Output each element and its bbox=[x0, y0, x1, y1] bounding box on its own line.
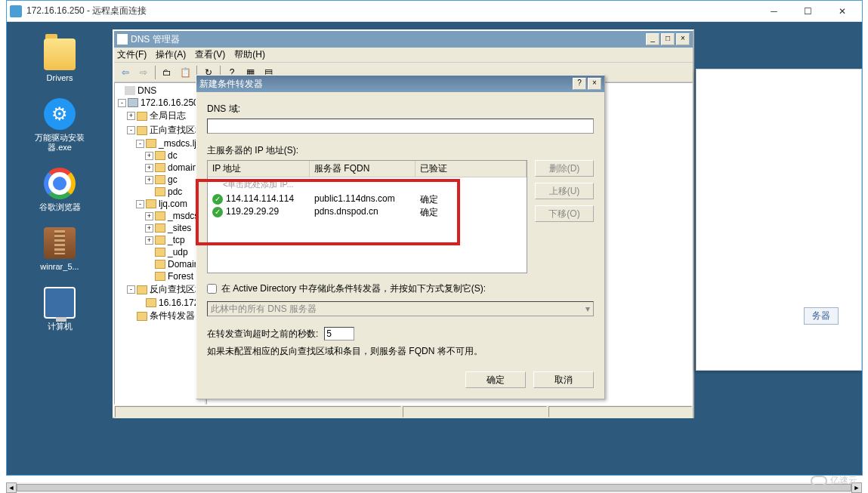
desktop-area: Drivers ⚙ 万能驱动安装器.exe 谷歌浏览器 winrar_5... … bbox=[7, 22, 113, 475]
server-row-1[interactable]: ✓119.29.29.29 pdns.dnspod.cn 确定 bbox=[208, 205, 527, 217]
timeout-input[interactable] bbox=[324, 327, 354, 340]
tree-domain[interactable]: +domain bbox=[115, 162, 204, 174]
tree-pane[interactable]: DNS -172.16.16.250 +全局日志 -正向查找区域 -_msdcs… bbox=[114, 82, 205, 405]
dns-domain-input[interactable] bbox=[207, 119, 594, 134]
conditional-forwarder-dialog: 新建条件转发器 ? × DNS 域: 主服务器的 IP 地址(S): IP 地址… bbox=[196, 75, 605, 399]
tree-dc[interactable]: +dc bbox=[115, 149, 204, 162]
gear-icon: ⚙ bbox=[44, 98, 76, 130]
replication-scope-select[interactable]: 此林中的所有 DNS 服务器 ▾ bbox=[207, 301, 594, 316]
dialog-footer: 确定 取消 bbox=[207, 371, 594, 388]
computer-icon bbox=[44, 287, 76, 319]
desktop-icon-driver-installer[interactable]: ⚙ 万能驱动安装器.exe bbox=[29, 98, 90, 153]
move-up-button[interactable]: 上移(U) bbox=[535, 183, 594, 199]
tree-zone-ljq[interactable]: -ljq.com bbox=[115, 198, 204, 210]
server-button[interactable]: 务器 bbox=[804, 307, 839, 325]
horizontal-scrollbar[interactable]: ◄ ► bbox=[6, 482, 862, 493]
tree-root[interactable]: DNS bbox=[115, 85, 204, 97]
up-button[interactable]: 🗀 bbox=[159, 65, 175, 80]
store-in-ad-row: 在 Active Directory 中存储此条件转发器，并按如下方式复制它(S… bbox=[207, 282, 594, 295]
menu-action[interactable]: 操作(A) bbox=[156, 48, 186, 61]
properties-button[interactable]: 📋 bbox=[177, 65, 193, 80]
tree-tcp[interactable]: +_tcp bbox=[115, 234, 204, 246]
master-servers-list[interactable]: IP 地址 服务器 FQDN 已验证 <单击此处添加 IP... ✓114.11… bbox=[207, 160, 527, 273]
menu-view[interactable]: 查看(V) bbox=[195, 48, 225, 61]
winrar-icon bbox=[44, 227, 76, 259]
chevron-down-icon: ▾ bbox=[585, 304, 590, 314]
dns-maximize-button[interactable]: □ bbox=[661, 33, 675, 45]
list-header: IP 地址 服务器 FQDN 已验证 bbox=[208, 161, 527, 177]
menu-help[interactable]: 帮助(H) bbox=[234, 48, 265, 61]
remote-desktop: Drivers ⚙ 万能驱动安装器.exe 谷歌浏览器 winrar_5... … bbox=[7, 22, 862, 475]
menu-file[interactable]: 文件(F) bbox=[117, 48, 147, 61]
tree-conditional-forwarders[interactable]: 条件转发器 bbox=[115, 309, 204, 323]
scroll-thumb[interactable] bbox=[17, 484, 851, 491]
dns-title: DNS 管理器 bbox=[131, 33, 644, 46]
cloud-icon bbox=[811, 476, 827, 486]
col-validated[interactable]: 已验证 bbox=[415, 161, 527, 177]
tree-gc[interactable]: +gc bbox=[115, 174, 204, 186]
ok-button[interactable]: 确定 bbox=[465, 371, 526, 388]
dns-app-icon bbox=[117, 34, 128, 45]
tree-forward-zones[interactable]: -正向查找区域 bbox=[115, 123, 204, 137]
tree-reverse-zone-1[interactable]: 16.16.172 bbox=[115, 297, 204, 309]
tree-forestdns[interactable]: Forest bbox=[115, 270, 204, 282]
check-icon: ✓ bbox=[212, 194, 223, 205]
tree-reverse-zones[interactable]: -反向查找区域 bbox=[115, 282, 204, 297]
delete-button[interactable]: 删除(D) bbox=[535, 160, 594, 177]
store-in-ad-checkbox[interactable] bbox=[207, 284, 217, 294]
minimize-button[interactable]: ─ bbox=[757, 2, 791, 21]
maximize-button[interactable]: ☐ bbox=[791, 2, 825, 21]
server-row-0[interactable]: ✓114.114.114.114 public1.114dns.com 确定 bbox=[208, 192, 527, 205]
folder-icon bbox=[44, 39, 76, 70]
right-panel: 务器 bbox=[696, 69, 862, 371]
timeout-label: 在转发查询超时之前的秒数: bbox=[207, 328, 318, 340]
menubar: 文件(F) 操作(A) 查看(V) 帮助(H) bbox=[114, 48, 693, 63]
cancel-button[interactable]: 取消 bbox=[533, 371, 594, 388]
rdp-icon bbox=[10, 5, 22, 17]
tree-server[interactable]: -172.16.16.250 bbox=[115, 97, 204, 109]
rdp-title: 172.16.16.250 - 远程桌面连接 bbox=[26, 5, 757, 17]
desktop-icon-drivers[interactable]: Drivers bbox=[29, 39, 90, 83]
dialog-titlebar[interactable]: 新建条件转发器 ? × bbox=[196, 75, 604, 92]
master-servers-label: 主服务器的 IP 地址(S): bbox=[207, 144, 594, 157]
tree-pdc[interactable]: pdc bbox=[115, 186, 204, 198]
fqdn-note: 如果未配置相应的反向查找区域和条目，则服务器 FQDN 将不可用。 bbox=[207, 345, 594, 358]
status-bar bbox=[114, 405, 693, 418]
dns-titlebar[interactable]: DNS 管理器 _ □ × bbox=[114, 31, 693, 48]
dns-domain-label: DNS 域: bbox=[207, 103, 594, 116]
desktop-icon-chrome[interactable]: 谷歌浏览器 bbox=[29, 168, 90, 212]
col-ip[interactable]: IP 地址 bbox=[208, 161, 310, 177]
dialog-title: 新建条件转发器 bbox=[199, 78, 571, 91]
forward-button[interactable]: ⇨ bbox=[135, 65, 152, 80]
dns-minimize-button[interactable]: _ bbox=[646, 33, 659, 45]
tree-msdcs2[interactable]: +_msdcs bbox=[115, 210, 204, 222]
add-ip-placeholder[interactable]: <单击此处添加 IP... bbox=[208, 177, 527, 192]
desktop-icon-winrar[interactable]: winrar_5... bbox=[29, 227, 90, 272]
tree-zone-msdcs[interactable]: -_msdcs.lj bbox=[115, 137, 204, 149]
rdp-titlebar[interactable]: 172.16.16.250 - 远程桌面连接 ─ ☐ ✕ bbox=[7, 1, 862, 22]
list-buttons: 删除(D) 上移(U) 下移(O) bbox=[535, 160, 594, 273]
tree-domaindns[interactable]: Domain bbox=[115, 258, 204, 270]
dialog-body: DNS 域: 主服务器的 IP 地址(S): IP 地址 服务器 FQDN 已验… bbox=[196, 92, 604, 399]
timeout-row: 在转发查询超时之前的秒数: bbox=[207, 327, 594, 340]
desktop-icon-computer[interactable]: 计算机 bbox=[29, 287, 90, 331]
store-in-ad-label: 在 Active Directory 中存储此条件转发器，并按如下方式复制它(S… bbox=[221, 282, 486, 295]
close-button[interactable]: ✕ bbox=[825, 2, 859, 21]
col-fqdn[interactable]: 服务器 FQDN bbox=[310, 161, 415, 177]
rdp-window: 172.16.16.250 - 远程桌面连接 ─ ☐ ✕ Drivers ⚙ 万… bbox=[6, 0, 863, 476]
back-button[interactable]: ⇦ bbox=[117, 65, 134, 80]
tree-global-log[interactable]: +全局日志 bbox=[115, 109, 204, 123]
scroll-left-icon[interactable]: ◄ bbox=[6, 482, 17, 493]
check-icon: ✓ bbox=[212, 207, 223, 217]
move-down-button[interactable]: 下移(O) bbox=[535, 205, 594, 222]
dialog-close-button[interactable]: × bbox=[588, 78, 601, 90]
tree-udp[interactable]: _udp bbox=[115, 246, 204, 258]
tree-sites[interactable]: +_sites bbox=[115, 222, 204, 234]
chrome-icon bbox=[44, 168, 76, 199]
watermark: 亿速云 bbox=[811, 474, 857, 487]
dialog-help-button[interactable]: ? bbox=[573, 78, 586, 90]
dns-close-button[interactable]: × bbox=[676, 33, 690, 45]
